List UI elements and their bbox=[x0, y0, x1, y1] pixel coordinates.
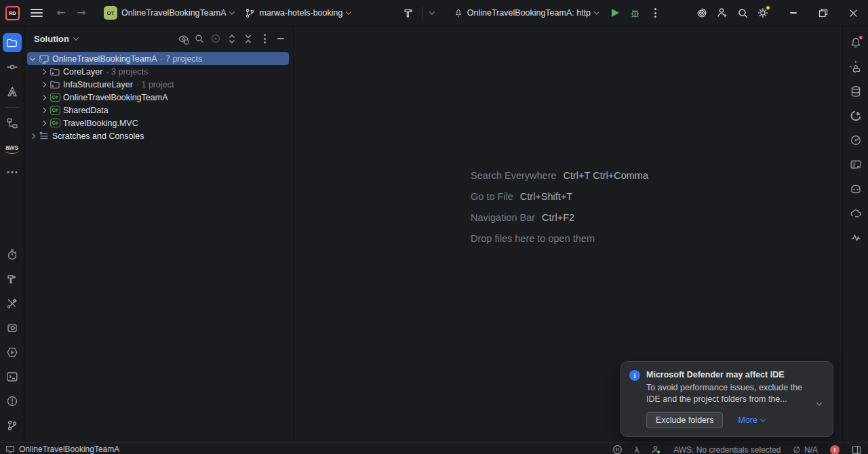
search-icon bbox=[194, 33, 205, 44]
structure-tool-button[interactable] bbox=[3, 114, 22, 133]
tree-row-project-shareddata[interactable]: C# SharedData bbox=[27, 104, 289, 117]
statusbar-error-widget[interactable]: ! bbox=[830, 445, 840, 454]
code-with-me-button[interactable] bbox=[712, 3, 732, 23]
debug-button[interactable] bbox=[625, 3, 645, 23]
notification-expand-button[interactable] bbox=[812, 397, 826, 411]
statusbar-pause-widget[interactable] bbox=[612, 445, 623, 454]
statusbar-lambda-widget[interactable]: λ bbox=[635, 445, 639, 454]
rider-window: RD ← → OT OnlineTravelBookingTeamA marwa… bbox=[0, 0, 868, 454]
user-check-icon bbox=[651, 445, 661, 454]
build-tool-button[interactable] bbox=[3, 270, 22, 289]
debug-bug-icon bbox=[629, 7, 641, 19]
locate-selection-button[interactable] bbox=[208, 30, 224, 47]
git-tool-button[interactable] bbox=[3, 416, 22, 435]
defender-notification: i Microsoft Defender may affect IDE To a… bbox=[620, 361, 833, 437]
tree-row-project-onlinetravelbookingteama[interactable]: C# OnlineTravelBookingTeamA bbox=[27, 91, 289, 104]
statusbar-profile-widget[interactable] bbox=[651, 445, 661, 454]
search-tree-button[interactable] bbox=[191, 30, 208, 47]
notification-title: Microsoft Defender may affect IDE bbox=[646, 369, 806, 380]
tools-tool-button[interactable] bbox=[3, 294, 22, 313]
hammer-icon bbox=[6, 273, 18, 285]
shortcut-label: Go to File bbox=[471, 191, 513, 202]
build-button[interactable] bbox=[399, 3, 419, 23]
commit-tool-button[interactable] bbox=[3, 58, 22, 77]
ai-chat-icon bbox=[850, 61, 862, 73]
back-button[interactable]: ← bbox=[51, 3, 71, 23]
build-options-button[interactable] bbox=[425, 3, 439, 23]
run-tool-button[interactable] bbox=[3, 343, 22, 362]
tree-row-project-travelbooking-mvc[interactable]: C# TravelBooking.MVC bbox=[27, 117, 289, 129]
chevron-right-icon bbox=[41, 94, 46, 100]
dynamic-analysis-tool-button[interactable] bbox=[846, 228, 865, 247]
aws-tool-button[interactable]: aws bbox=[3, 138, 22, 157]
more-link[interactable]: More bbox=[738, 415, 764, 425]
rocket-icon bbox=[454, 8, 463, 18]
run-configuration-widget[interactable]: OnlineTravelBookingTeamA: http bbox=[448, 3, 604, 23]
main-menu-button[interactable] bbox=[26, 3, 47, 23]
shortcut-search-everywhere: Search Everywhere Ctrl+T Ctrl+Comma bbox=[471, 170, 648, 181]
pause-circle-icon bbox=[612, 445, 623, 454]
monitoring-tool-button[interactable] bbox=[846, 131, 865, 150]
select-opened-file-button[interactable] bbox=[175, 30, 191, 47]
terminal-tool-button[interactable] bbox=[3, 367, 22, 386]
pulse-icon bbox=[850, 232, 862, 244]
settings-button[interactable] bbox=[753, 3, 773, 23]
close-icon bbox=[849, 9, 858, 18]
forward-button[interactable]: → bbox=[71, 3, 92, 23]
chevron-down-icon bbox=[760, 416, 766, 421]
vcs-branch-widget[interactable]: marwa-hotels-booking bbox=[239, 3, 356, 23]
ai-assistant-button[interactable] bbox=[692, 3, 712, 23]
collapse-all-button[interactable] bbox=[240, 30, 256, 47]
solution-tree: OnlineTravelBookingTeamA · 7 projects Co… bbox=[24, 51, 293, 142]
shortcut-go-to-file: Go to File Ctrl+Shift+T bbox=[471, 191, 648, 202]
ai-chat-tool-button[interactable] bbox=[846, 58, 865, 77]
more-tool-windows-button[interactable] bbox=[3, 163, 22, 182]
statusbar-aws-credentials[interactable]: AWS: No credentials selected bbox=[673, 445, 781, 454]
folder-icon bbox=[6, 37, 18, 49]
coverage-tool-button[interactable] bbox=[846, 106, 865, 125]
statusbar-na-widget[interactable]: ∅ N/A bbox=[793, 445, 818, 454]
more-actions-button[interactable] bbox=[645, 3, 665, 23]
solution-explorer-tool-button[interactable] bbox=[3, 33, 22, 52]
exclude-folders-button[interactable]: Exclude folders bbox=[646, 412, 723, 428]
tree-row-scratches[interactable]: Scratches and Consoles bbox=[27, 129, 289, 142]
problems-tool-button[interactable] bbox=[3, 392, 22, 411]
restore-icon bbox=[818, 8, 828, 18]
minimize-icon bbox=[277, 38, 284, 39]
shortcut-keys: Ctrl+Shift+T bbox=[520, 191, 572, 202]
run-button[interactable] bbox=[604, 3, 625, 23]
azure-tool-button[interactable] bbox=[3, 82, 22, 101]
notifications-tool-button[interactable] bbox=[846, 33, 865, 52]
close-button[interactable] bbox=[838, 0, 868, 26]
minimize-button[interactable] bbox=[778, 0, 808, 26]
project-widget[interactable]: OT OnlineTravelBookingTeamA bbox=[98, 3, 239, 23]
tree-row-solution-root[interactable]: OnlineTravelBookingTeamA · 7 projects bbox=[27, 52, 289, 65]
tree-item-label: TravelBooking.MVC bbox=[63, 119, 138, 128]
documentation-tool-button[interactable] bbox=[846, 155, 865, 174]
search-everywhere-button[interactable] bbox=[732, 3, 753, 23]
shortcut-label: Search Everywhere bbox=[471, 170, 557, 181]
status-bar: OnlineTravelBookingTeamA λ bbox=[0, 442, 868, 454]
statusbar-layout-widget[interactable] bbox=[852, 445, 861, 454]
tree-row-infastructurelayer[interactable]: InfaStructureLayer · 1 project bbox=[27, 78, 289, 91]
coverage-pie-icon bbox=[850, 110, 862, 122]
profiler-tool-button[interactable] bbox=[3, 245, 22, 264]
restore-button[interactable] bbox=[808, 0, 838, 26]
expand-all-button[interactable] bbox=[224, 30, 240, 47]
chevron-down-icon bbox=[30, 55, 35, 60]
tree-row-corelayer[interactable]: CoreLayer · 3 projects bbox=[27, 65, 289, 78]
statusbar-solution-widget[interactable]: OnlineTravelBookingTeamA bbox=[5, 445, 119, 454]
tree-item-suffix: · 7 projects bbox=[160, 54, 202, 64]
hide-panel-button[interactable] bbox=[273, 30, 289, 47]
copilot-tool-button[interactable] bbox=[846, 180, 865, 199]
panel-options-button[interactable] bbox=[256, 30, 273, 47]
forward-arrow-icon: → bbox=[77, 7, 85, 18]
solution-folder-icon bbox=[50, 66, 60, 77]
solution-view-selector[interactable]: Solution bbox=[34, 34, 78, 44]
ellipsis-icon bbox=[7, 171, 18, 173]
editor-empty-state[interactable]: Search Everywhere Ctrl+T Ctrl+Comma Go t… bbox=[294, 26, 842, 442]
database-tool-button[interactable] bbox=[846, 82, 865, 101]
services-tool-button[interactable] bbox=[3, 318, 22, 337]
cloud-tool-button[interactable] bbox=[846, 204, 865, 223]
na-value: N/A bbox=[804, 445, 818, 454]
